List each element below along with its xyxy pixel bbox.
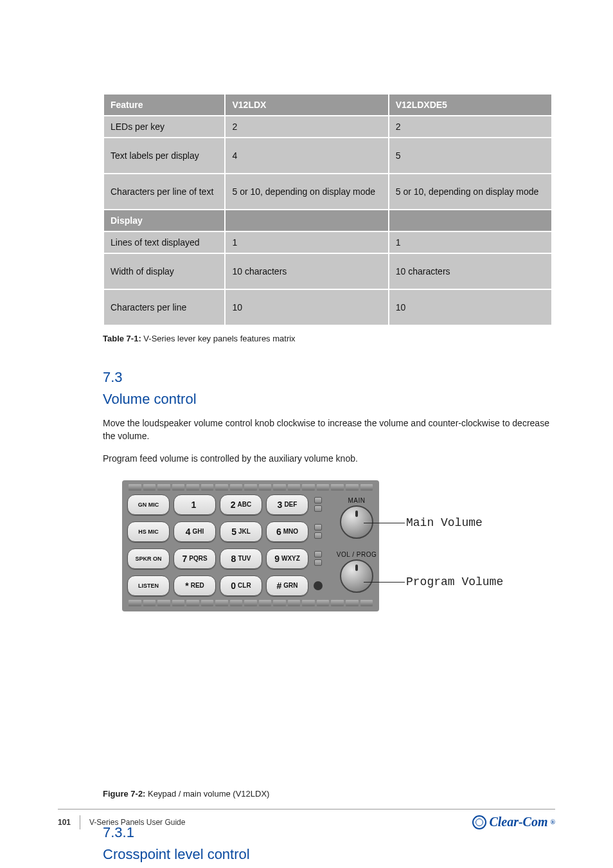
table-row: Characters per line of text5 or 10, depe… (104, 174, 551, 209)
page-footer: 101 V-Series Panels User Guide Clear-Com… (58, 809, 555, 829)
paragraph: Program feed volume is controlled by the… (103, 452, 553, 465)
main-knob-area: MAIN (328, 497, 386, 539)
table-row-header: Display (104, 210, 551, 231)
table-row: Width of display10 characters10 characte… (104, 254, 551, 289)
section-7-3-1-title: Crosspoint level control (103, 846, 555, 863)
key-hash[interactable]: #GRN (266, 575, 308, 596)
keypad-panel: GN MIC 1 2ABC 3DEF MAIN HS MIC 4GHI 5JKL… (122, 480, 379, 611)
clear-com-logo: Clear-Com® (472, 815, 555, 829)
section-7-3-title: Volume control (103, 391, 555, 408)
callout-main-volume: Main Volume (406, 516, 483, 529)
key-6[interactable]: 6MNO (266, 521, 308, 542)
table-row: Lines of text displayed11 (104, 232, 551, 253)
prog-knob-area: VOL / PROG (328, 551, 386, 593)
hs-mic-button[interactable]: HS MIC (127, 521, 170, 542)
table-row: Text labels per display45 (104, 138, 551, 173)
callout-program-volume: Program Volume (406, 575, 503, 588)
spkr-on-button[interactable]: SPKR ON (127, 548, 170, 569)
key-9[interactable]: 9WXYZ (266, 548, 308, 569)
section-7-3-number: 7.3 (103, 369, 555, 386)
key-5[interactable]: 5JKL (220, 521, 262, 542)
led-column (312, 520, 324, 543)
table-row: LEDs per key22 (104, 116, 551, 137)
content-area: Feature V12LDX V12LDXDE5 LEDs per key22 … (103, 93, 555, 868)
program-volume-knob[interactable] (340, 559, 373, 593)
listen-button[interactable]: LISTEN (127, 575, 170, 596)
led-column (312, 547, 324, 570)
key-4[interactable]: 4GHI (173, 521, 216, 542)
vent-bottom (129, 600, 373, 606)
key-0[interactable]: 0CLR (220, 575, 262, 596)
table-caption: Table 7-1: V-Series lever key panels fea… (103, 334, 555, 343)
main-knob-label: MAIN (348, 497, 366, 504)
key-3[interactable]: 3DEF (266, 494, 308, 515)
page-number: 101 (58, 818, 71, 827)
indicator-dot (312, 581, 324, 590)
features-table: Feature V12LDX V12LDXDE5 LEDs per key22 … (103, 93, 553, 326)
th-v12ldx: V12LDX (226, 95, 387, 115)
figure-7-2: GN MIC 1 2ABC 3DEF MAIN HS MIC 4GHI 5JKL… (103, 480, 555, 628)
table-row: Characters per line1010 (104, 290, 551, 325)
th-feature: Feature (104, 95, 224, 115)
led-column (312, 493, 324, 516)
callout-line (364, 523, 405, 523)
footer-divider (80, 815, 80, 829)
figure-caption: Figure 7-2: Keypad / main volume (V12LDX… (103, 789, 555, 799)
paragraph: Move the loudspeaker volume control knob… (103, 417, 553, 443)
logo-mark-icon (472, 815, 486, 829)
doc-title: V-Series Panels User Guide (89, 818, 185, 827)
vent-top (129, 484, 373, 491)
key-7[interactable]: 7PQRS (173, 548, 216, 569)
vol-prog-knob-label: VOL / PROG (337, 551, 377, 558)
key-1[interactable]: 1 (173, 494, 216, 515)
key-8[interactable]: 8TUV (220, 548, 262, 569)
callout-line (364, 582, 405, 583)
key-star[interactable]: *RED (173, 575, 216, 596)
key-2[interactable]: 2ABC (220, 494, 262, 515)
th-v12ldxde5: V12LDXDE5 (389, 95, 551, 115)
gn-mic-button[interactable]: GN MIC (127, 494, 170, 515)
